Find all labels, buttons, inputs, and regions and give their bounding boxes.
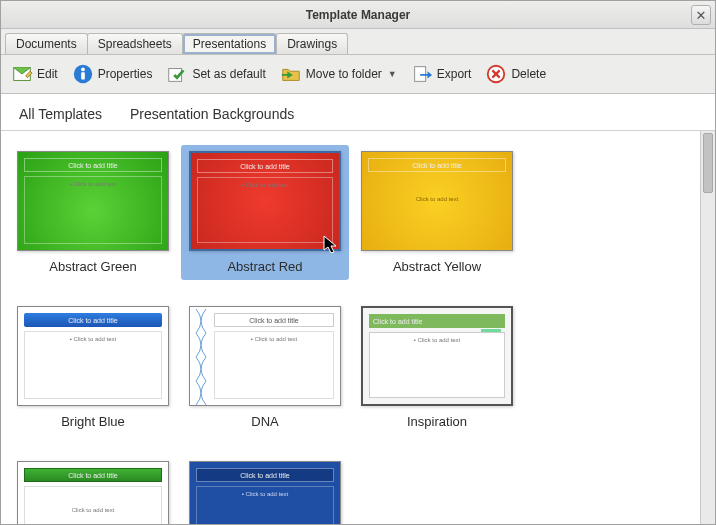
dna-strand-icon [192,309,210,405]
svg-rect-3 [81,72,85,79]
template-label: DNA [185,414,345,429]
slide-title-placeholder: Click to add title [24,468,162,482]
slide-title-placeholder: Click to add title [197,159,333,173]
template-abstract-yellow[interactable]: Click to add title Click to add text Abs… [353,145,521,280]
template-label: Bright Blue [13,414,173,429]
tab-label: Spreadsheets [98,37,172,51]
close-icon: ✕ [696,8,707,23]
tab-label: Presentations [193,37,266,51]
template-lush-green[interactable]: Click to add title Click to add text Lus… [9,455,177,524]
scroll-thumb[interactable] [703,133,713,193]
template-label: Abstract Red [185,259,345,274]
template-thumbnail: Click to add title Click to add text [17,461,169,524]
export-icon [411,63,433,85]
slide-title-placeholder: Click to add title [196,468,334,482]
template-thumbnail: Click to add title • Click to add text [17,306,169,406]
slide-body-placeholder: Click to add text [368,176,506,244]
template-abstract-red[interactable]: Click to add title • Click to add text A… [181,145,349,280]
slide-body-placeholder: Click to add text [24,486,162,524]
info-icon [72,63,94,85]
slide-title-placeholder: Click to add title [214,313,334,327]
titlebar: Template Manager ✕ [1,1,715,29]
breadcrumb: All Templates Presentation Backgrounds [1,94,715,131]
template-dna[interactable]: Click to add title • Click to add text D… [181,300,349,435]
template-thumbnail: Click to add title • Click to add text [189,461,341,524]
slide-title-placeholder: Click to add title [368,158,506,172]
window-title: Template Manager [306,8,410,22]
default-icon [166,63,188,85]
template-gallery: Click to add title • Click to add text A… [1,131,700,524]
set-default-button[interactable]: Set as default [166,63,265,85]
tab-documents[interactable]: Documents [5,33,88,54]
template-bright-blue[interactable]: Click to add title • Click to add text B… [9,300,177,435]
template-label: Abstract Green [13,259,173,274]
slide-title-placeholder: Click to add title [369,314,505,328]
template-thumbnail: Click to add title • Click to add text [361,306,513,406]
toolbar-label: Move to folder [306,67,382,81]
template-inspiration[interactable]: Click to add title • Click to add text I… [353,300,521,435]
delete-icon [485,63,507,85]
template-label: Inspiration [357,414,517,429]
toolbar-label: Edit [37,67,58,81]
tab-spreadsheets[interactable]: Spreadsheets [87,33,183,54]
toolbar-label: Export [437,67,472,81]
template-thumbnail: Click to add title Click to add text [361,151,513,251]
template-thumbnail: Click to add title • Click to add text [17,151,169,251]
template-metropolis[interactable]: Click to add title • Click to add text M… [181,455,349,524]
properties-button[interactable]: Properties [72,63,153,85]
edit-icon [11,63,33,85]
template-thumbnail: Click to add title • Click to add text [189,151,341,251]
tab-drawings[interactable]: Drawings [276,33,348,54]
toolbar: Edit Properties Set as default Move to f… [1,54,715,94]
folder-move-icon [280,63,302,85]
toolbar-label: Set as default [192,67,265,81]
breadcrumb-folder[interactable]: Presentation Backgrounds [130,106,294,122]
main-area: Click to add title • Click to add text A… [1,131,715,524]
edit-button[interactable]: Edit [11,63,58,85]
move-to-folder-button[interactable]: Move to folder ▼ [280,63,397,85]
template-label: Abstract Yellow [357,259,517,274]
slide-body-placeholder: • Click to add text [196,486,334,524]
toolbar-label: Delete [511,67,546,81]
slide-title-placeholder: Click to add title [24,313,162,327]
category-tabs: Documents Spreadsheets Presentations Dra… [1,29,715,54]
slide-body-placeholder: • Click to add text [24,176,162,244]
slide-body-placeholder: • Click to add text [369,332,505,398]
template-thumbnail: Click to add title • Click to add text [189,306,341,406]
svg-point-2 [81,68,85,72]
tab-presentations[interactable]: Presentations [182,33,277,54]
slide-body-placeholder: • Click to add text [24,331,162,399]
vertical-scrollbar[interactable] [700,131,715,524]
tab-label: Drawings [287,37,337,51]
slide-body-placeholder: • Click to add text [197,177,333,243]
slide-title-placeholder: Click to add title [24,158,162,172]
export-button[interactable]: Export [411,63,472,85]
breadcrumb-root[interactable]: All Templates [19,106,102,122]
template-abstract-green[interactable]: Click to add title • Click to add text A… [9,145,177,280]
chevron-down-icon: ▼ [388,69,397,79]
delete-button[interactable]: Delete [485,63,546,85]
toolbar-label: Properties [98,67,153,81]
tab-label: Documents [16,37,77,51]
slide-body-placeholder: • Click to add text [214,331,334,399]
close-button[interactable]: ✕ [691,5,711,25]
